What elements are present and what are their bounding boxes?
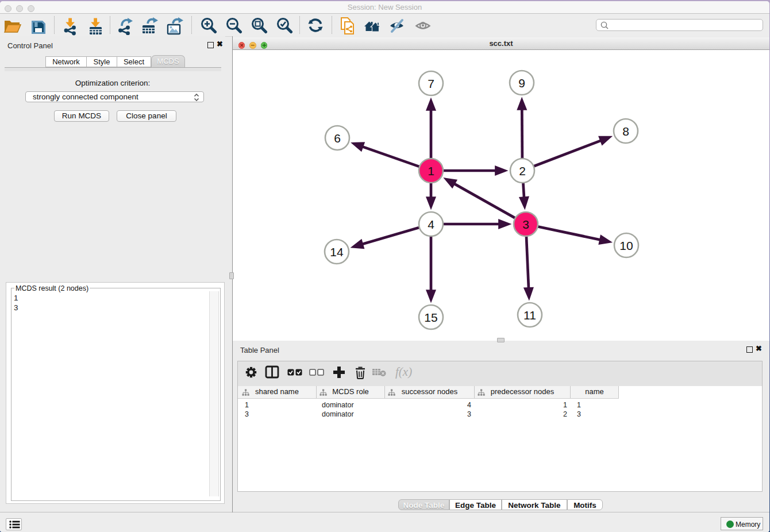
svg-text:14: 14 bbox=[330, 245, 344, 259]
svg-text:9: 9 bbox=[518, 76, 525, 90]
svg-text:6: 6 bbox=[334, 132, 341, 145]
svg-text:4: 4 bbox=[428, 218, 434, 231]
svg-text:2: 2 bbox=[519, 164, 526, 178]
svg-text:10: 10 bbox=[619, 239, 633, 252]
svg-text:11: 11 bbox=[523, 309, 536, 322]
svg-text:15: 15 bbox=[424, 311, 437, 324]
svg-text:8: 8 bbox=[622, 125, 629, 138]
svg-text:7: 7 bbox=[428, 77, 434, 90]
svg-text:3: 3 bbox=[522, 218, 529, 231]
svg-text:1: 1 bbox=[428, 164, 434, 178]
